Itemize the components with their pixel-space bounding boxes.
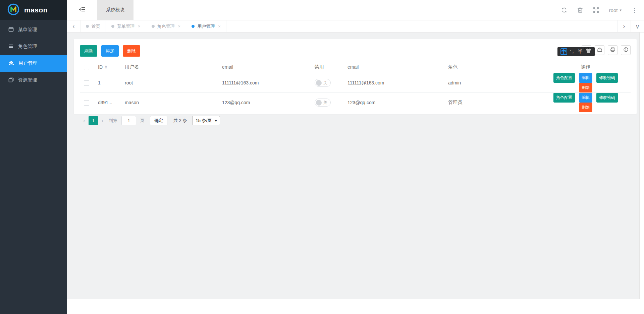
- col-header-id: ID: [98, 64, 103, 70]
- tab-label: 角色管理: [157, 23, 175, 29]
- tab-menu-management[interactable]: 菜单管理 ×: [106, 20, 146, 32]
- page-size-select[interactable]: 15 条/页 ▾: [192, 116, 220, 125]
- toggle-label: 关: [323, 100, 327, 106]
- total-count-label: 共 2 条: [173, 118, 187, 124]
- chevron-down-icon: ▾: [620, 8, 622, 12]
- logo-row[interactable]: mason: [0, 0, 67, 20]
- tabs-menu-button[interactable]: ∨: [631, 20, 644, 32]
- ime-language-indicator[interactable]: 中: [560, 48, 567, 55]
- disabled-toggle[interactable]: 关: [315, 99, 331, 107]
- topbar-actions: root ▾ ⋮: [561, 0, 644, 20]
- module-tab-system[interactable]: 系统模块: [97, 0, 133, 20]
- kebab-menu-icon[interactable]: ⋮: [632, 7, 637, 14]
- top-header: 系统模块 root ▾ ⋮: [67, 0, 644, 20]
- confirm-page-button[interactable]: 确定: [150, 116, 167, 125]
- cell-email: 123@qq.com: [218, 93, 311, 113]
- sidebar-item-menu-management[interactable]: 菜单管理: [0, 21, 67, 38]
- col-header-username: 用户名: [121, 62, 218, 73]
- tabbar-spacer: [226, 20, 617, 32]
- role-config-button[interactable]: 角色配置: [553, 93, 575, 103]
- sidebar-nav: 菜单管理 角色管理 用户管理 资源管理: [0, 20, 67, 88]
- export-icon: [597, 47, 602, 54]
- row-checkbox[interactable]: [84, 80, 89, 86]
- role-config-button[interactable]: 角色配置: [553, 73, 575, 83]
- window-icon: [8, 27, 14, 33]
- close-icon[interactable]: ×: [178, 24, 181, 29]
- next-page-button[interactable]: ›: [98, 118, 107, 124]
- tab-role-management[interactable]: 角色管理 ×: [146, 20, 186, 32]
- prev-page-button[interactable]: ‹: [80, 118, 89, 124]
- edit-button[interactable]: 编辑: [579, 73, 592, 83]
- table-toolbar: 刷新 添加 删除: [80, 45, 631, 57]
- page-size-value: 15 条/页: [196, 118, 212, 124]
- pagination: ‹ 1 › 到第 页 确定 共 2 条 15 条/页 ▾: [80, 116, 631, 126]
- tabs-scroll-right-button[interactable]: ›: [617, 20, 631, 32]
- add-button[interactable]: 添加: [101, 45, 119, 57]
- row-delete-button[interactable]: 删除: [579, 103, 592, 112]
- tab-dot: [86, 25, 89, 28]
- tab-dot: [152, 25, 155, 28]
- ime-punctuation-indicator[interactable]: ’，: [570, 49, 575, 55]
- edit-button[interactable]: 编辑: [579, 93, 592, 103]
- export-button[interactable]: [595, 45, 604, 55]
- disabled-toggle[interactable]: 关: [315, 79, 331, 87]
- delete-button[interactable]: 删除: [123, 45, 140, 57]
- cell-username: root: [121, 73, 218, 93]
- row-delete-button[interactable]: 删除: [579, 83, 592, 92]
- info-icon: [623, 47, 629, 54]
- page-number-button[interactable]: 1: [89, 116, 98, 125]
- list-icon: [8, 44, 14, 50]
- sidebar-item-role-management[interactable]: 角色管理: [0, 38, 67, 55]
- goto-label: 到第: [109, 118, 117, 124]
- sidebar-item-label: 角色管理: [18, 44, 37, 50]
- scrollbar-track[interactable]: [639, 20, 644, 299]
- cell-role: admin: [444, 73, 541, 93]
- tab-user-management[interactable]: 用户管理 ×: [186, 20, 226, 32]
- sort-icon[interactable]: ▲▼: [105, 65, 107, 70]
- change-password-button[interactable]: 修改密码: [596, 93, 618, 103]
- row-checkbox[interactable]: [84, 100, 89, 106]
- toggle-knob: [316, 80, 322, 86]
- sidebar-item-resource-management[interactable]: 资源管理: [0, 72, 67, 88]
- mason-logo-icon: [7, 3, 19, 17]
- close-icon[interactable]: ×: [218, 24, 221, 29]
- username: root: [609, 7, 618, 13]
- info-button[interactable]: [621, 45, 631, 55]
- users-table: ID▲▼ 用户名 email 禁用 email 角色 操作 1 root: [80, 62, 631, 112]
- tabs-scroll-left-button[interactable]: ‹: [67, 20, 80, 32]
- clone-icon: [8, 77, 14, 83]
- col-header-disabled: 禁用: [311, 62, 343, 73]
- content-area: 刷新 添加 删除: [67, 33, 639, 299]
- ime-skin-icon[interactable]: [585, 48, 592, 55]
- print-button[interactable]: [608, 45, 618, 55]
- tab-label: 首页: [92, 23, 100, 29]
- sidebar-toggle-button[interactable]: [73, 0, 91, 20]
- app-window: mason 菜单管理 角色管理 用户管理: [0, 0, 644, 314]
- users-icon: [8, 60, 14, 67]
- ime-halfwidth-indicator[interactable]: 半: [578, 49, 583, 55]
- cell-actions: 角色配置 编辑 修改密码 删除: [541, 93, 631, 113]
- cell-actions: 角色配置 编辑 修改密码 删除: [541, 73, 631, 93]
- logo-text: mason: [24, 6, 48, 14]
- cell-username: mason: [121, 93, 218, 113]
- sidebar-item-user-management[interactable]: 用户管理: [0, 55, 67, 72]
- sidebar-item-label: 用户管理: [18, 60, 37, 66]
- sidebar-item-label: 菜单管理: [18, 27, 37, 33]
- ime-status-popup: 中 ’， 半: [557, 47, 595, 56]
- close-icon[interactable]: ×: [138, 24, 141, 29]
- tab-home[interactable]: 首页: [80, 20, 106, 32]
- user-menu[interactable]: root ▾: [609, 7, 622, 13]
- refresh-button[interactable]: 刷新: [80, 45, 97, 57]
- col-header-actions: 操作: [541, 62, 631, 73]
- col-header-role: 角色: [444, 62, 541, 73]
- select-all-checkbox[interactable]: [84, 65, 89, 70]
- tab-dot: [111, 25, 114, 28]
- change-password-button[interactable]: 修改密码: [596, 73, 618, 83]
- tab-dot: [192, 25, 195, 28]
- refresh-icon[interactable]: [561, 7, 567, 13]
- page-input[interactable]: [121, 116, 136, 125]
- table-row: d391... mason 123@qq.com 关 123@qq.com 管理…: [80, 93, 631, 113]
- page-tabbar: ‹ 首页 菜单管理 × 角色管理 × 用户管理 × › ∨: [67, 20, 644, 33]
- trash-icon[interactable]: [577, 7, 583, 13]
- fullscreen-icon[interactable]: [593, 7, 599, 13]
